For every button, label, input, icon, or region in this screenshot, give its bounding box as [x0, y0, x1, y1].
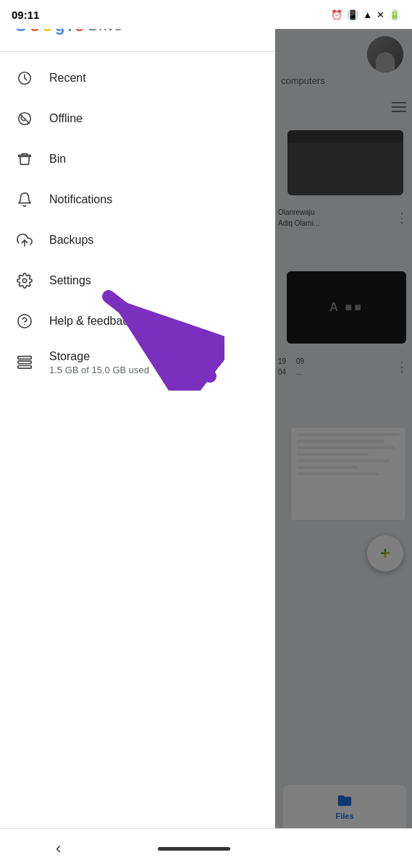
help-icon	[14, 311, 35, 331]
storage-label: Storage	[49, 350, 149, 363]
drawer-overlay	[275, 0, 412, 868]
sidebar-item-settings[interactable]: Settings	[0, 260, 269, 301]
sidebar-item-backups[interactable]: Backups	[0, 220, 269, 260]
status-bar: 09:11 ⏰ 📳 ▲ ✕ 🔋	[0, 0, 412, 29]
battery-icon: 🔋	[389, 9, 400, 20]
notifications-label: Notifications	[49, 193, 112, 206]
wifi-icon: ▲	[363, 9, 372, 20]
sidebar-item-storage[interactable]: Storage 1.5 GB of 15.0 GB used	[0, 341, 269, 384]
signal-icon: ✕	[377, 9, 384, 20]
svg-point-9	[18, 315, 31, 328]
svg-rect-11	[18, 357, 31, 359]
navigation-drawer: Google Drive Recent O	[0, 0, 275, 868]
sidebar-item-help[interactable]: Help & feedback	[0, 301, 269, 341]
vibrate-icon: 📳	[347, 9, 358, 20]
sidebar-item-recent[interactable]: Recent	[0, 58, 269, 98]
svg-rect-12	[18, 361, 31, 364]
help-label: Help & feedback	[49, 315, 134, 328]
drawer-menu: Recent Offline Bin	[0, 52, 275, 868]
settings-label: Settings	[49, 274, 91, 287]
back-button[interactable]: ‹	[41, 832, 75, 865]
sidebar-item-offline[interactable]: Offline	[0, 98, 269, 139]
sidebar-item-bin[interactable]: Bin	[0, 139, 269, 179]
storage-text: Storage 1.5 GB of 15.0 GB used	[49, 350, 149, 375]
svg-point-8	[22, 278, 27, 283]
backups-label: Backups	[49, 234, 93, 247]
storage-sublabel: 1.5 GB of 15.0 GB used	[49, 365, 149, 375]
storage-icon	[14, 352, 35, 372]
status-icons: ⏰ 📳 ▲ ✕ 🔋	[331, 9, 400, 20]
bell-icon	[14, 190, 35, 210]
backup-icon	[14, 230, 35, 250]
sidebar-item-notifications[interactable]: Notifications	[0, 179, 269, 220]
clock-icon	[14, 68, 35, 88]
offline-label: Offline	[49, 112, 83, 125]
navigation-bar: ‹	[0, 828, 412, 868]
status-time: 09:11	[12, 9, 39, 21]
bin-label: Bin	[49, 153, 66, 166]
recent-label: Recent	[49, 72, 86, 85]
offline-icon	[14, 109, 35, 129]
alarm-icon: ⏰	[331, 9, 342, 20]
trash-icon	[14, 149, 35, 169]
svg-rect-13	[18, 366, 31, 369]
gear-icon	[14, 271, 35, 291]
home-pill[interactable]	[158, 847, 230, 851]
